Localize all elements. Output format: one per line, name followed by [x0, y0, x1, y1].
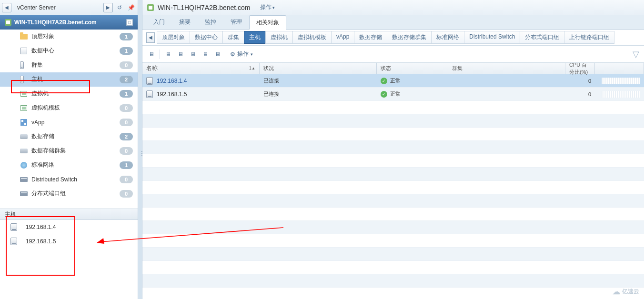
host-ip: 192.168.1.4 — [26, 224, 56, 230]
collapse-button[interactable]: □ — [126, 19, 133, 26]
table-row[interactable]: 192.168.1.5已连接正常0 — [142, 88, 644, 101]
bottom-host-item[interactable]: 192.168.1.5 — [0, 234, 138, 249]
subtab-4[interactable]: 虚拟机 — [265, 31, 293, 44]
tab-1[interactable]: 摘要 — [172, 15, 198, 29]
tree-item-0[interactable]: 顶层对象1 — [0, 30, 138, 44]
tree-item-1[interactable]: 数据中心1 — [0, 44, 138, 58]
table-row-empty — [142, 181, 644, 194]
enter-maintenance-icon[interactable]: 🖥 — [164, 50, 172, 59]
folder-icon — [20, 34, 28, 40]
sw-icon — [20, 177, 28, 182]
table-row-empty — [142, 154, 644, 168]
subtab-6[interactable]: vApp — [331, 31, 354, 44]
sidebar-host-header[interactable]: WIN-TL1HQIH7A2B.benet.com □ — [0, 15, 138, 30]
subtab-row: ◀ 顶层对象数据中心群集主机虚拟机虚拟机模板vApp数据存储数据存储群集标准网络… — [142, 30, 644, 46]
splitter[interactable] — [138, 0, 142, 299]
actions-menu[interactable]: 操作 — [260, 3, 275, 11]
subtab-1[interactable]: 数据中心 — [190, 31, 223, 44]
tree-item-label: 顶层对象 — [31, 32, 120, 40]
nav-fwd-button[interactable]: ▶ — [103, 3, 113, 12]
filter-icon[interactable]: ▽ — [633, 49, 639, 60]
vcenter-icon — [5, 19, 11, 26]
subtab-5[interactable]: 虚拟机模板 — [292, 31, 332, 44]
title-bar: WIN-TL1HQIH7A2B.benet.com 操作 — [142, 0, 644, 15]
status-ok-icon — [381, 91, 387, 98]
tree-item-7[interactable]: 数据存储2 — [0, 130, 138, 144]
table-row-empty — [142, 141, 644, 154]
tab-2[interactable]: 监控 — [198, 15, 223, 29]
subtab-3[interactable]: 主机 — [244, 31, 266, 44]
ds-icon — [20, 134, 28, 139]
toolbar-actions-menu[interactable]: 操作 — [230, 50, 253, 58]
exit-maintenance-icon[interactable]: 🖥 — [176, 50, 185, 59]
scroll-left-button[interactable]: ◀ — [146, 32, 155, 43]
count-badge: 0 — [120, 61, 133, 69]
ds-icon — [20, 149, 28, 153]
vm-icon — [20, 91, 27, 97]
bottom-host-item[interactable]: 192.168.1.4 — [0, 220, 138, 234]
cell-state: 正常 — [377, 88, 448, 100]
history-icon[interactable]: ↺ — [115, 3, 124, 12]
primary-tabs: 入门摘要监控管理相关对象 — [142, 15, 644, 30]
tree-item-9[interactable]: 标准网络1 — [0, 158, 138, 172]
subtab-7[interactable]: 数据存储 — [354, 31, 387, 44]
cpu-bar — [602, 78, 640, 84]
host-name: 192.168.1.5 — [157, 91, 187, 98]
host-icon — [10, 238, 17, 245]
col-name[interactable]: 名称1 — [142, 63, 260, 74]
subtab-11[interactable]: 分布式端口组 — [520, 31, 564, 44]
col-cluster[interactable]: 群集 — [448, 63, 565, 74]
count-badge: 1 — [120, 33, 133, 40]
breadcrumb[interactable]: vCenter Server — [13, 4, 101, 11]
subtab-12[interactable]: 上行链路端口组 — [564, 31, 614, 44]
cell-cluster — [448, 74, 565, 87]
tree-item-10[interactable]: Distributed Switch0 — [0, 172, 138, 187]
sw-icon — [20, 191, 28, 196]
nav-back-button[interactable]: ◀ — [2, 3, 11, 12]
subtab-10[interactable]: Distributed Switch — [464, 31, 520, 44]
table-row-empty — [142, 248, 644, 261]
add-host-icon[interactable]: 🖥 — [147, 50, 156, 59]
cell-status: 已连接 — [260, 88, 377, 100]
table-row-empty — [142, 114, 644, 128]
col-cpu[interactable]: CPU 百分比(%) — [565, 63, 595, 74]
table-row-empty — [142, 274, 644, 288]
tab-0[interactable]: 入门 — [146, 15, 172, 29]
power-on-icon[interactable]: 🖥 — [189, 50, 197, 59]
host-icon — [20, 76, 24, 83]
host-ip: 192.168.1.5 — [26, 238, 56, 245]
tree-item-2[interactable]: 群集0 — [0, 58, 138, 72]
power-off-icon[interactable]: 🖥 — [201, 50, 210, 59]
cell-cpu: 0 — [565, 74, 595, 87]
subtab-2[interactable]: 群集 — [222, 31, 244, 44]
subtab-9[interactable]: 标准网络 — [431, 31, 464, 44]
reboot-icon[interactable]: 🖥 — [213, 50, 222, 59]
host-name: 192.168.1.4 — [157, 78, 187, 84]
tree-item-6[interactable]: vApp0 — [0, 115, 138, 130]
tree-item-8[interactable]: 数据存储群集0 — [0, 144, 138, 158]
col-state[interactable]: 状态 — [377, 63, 448, 74]
cell-cpu: 0 — [565, 88, 595, 100]
tree-item-11[interactable]: 分布式端口组0 — [0, 187, 138, 201]
vapp-icon — [20, 119, 27, 126]
table-row-empty — [142, 208, 644, 221]
tree-item-4[interactable]: 虚拟机1 — [0, 87, 138, 101]
tree-item-label: 分布式端口组 — [31, 189, 120, 198]
table-row-empty — [142, 234, 644, 248]
col-status[interactable]: 状况 — [260, 63, 377, 74]
table-row-empty — [142, 194, 644, 208]
table-row-empty — [142, 101, 644, 114]
tree-item-3[interactable]: 主机2 — [0, 72, 138, 87]
count-badge: 1 — [120, 90, 133, 98]
count-badge: 0 — [120, 104, 133, 112]
tree-item-label: 数据存储 — [31, 132, 120, 140]
subtab-0[interactable]: 顶层对象 — [157, 31, 190, 44]
table-row[interactable]: 192.168.1.4已连接正常0 — [142, 74, 644, 88]
tree-item-label: 虚拟机模板 — [31, 104, 120, 112]
tab-3[interactable]: 管理 — [223, 15, 249, 29]
subtab-8[interactable]: 数据存储群集 — [387, 31, 432, 44]
vm-icon — [20, 105, 27, 111]
tree-item-5[interactable]: 虚拟机模板0 — [0, 101, 138, 115]
pin-icon[interactable]: 📌 — [126, 3, 136, 12]
tab-4[interactable]: 相关对象 — [249, 15, 286, 30]
